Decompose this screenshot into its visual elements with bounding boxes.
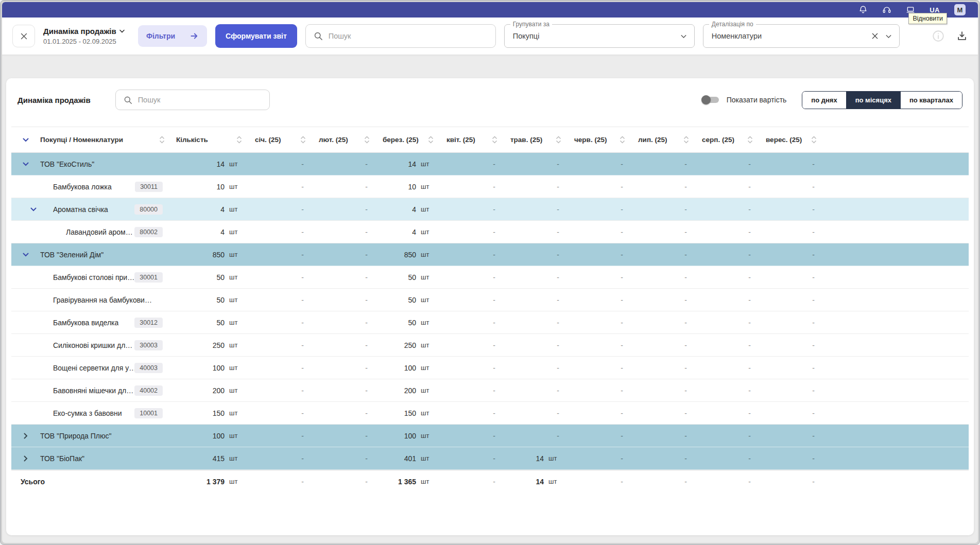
table-row[interactable]: Бамбукова ложка3001110шт--10шт------: [11, 175, 969, 198]
empty-value: -: [684, 478, 687, 486]
sort-icon[interactable]: [556, 136, 561, 144]
empty-value: -: [748, 454, 751, 463]
sort-icon[interactable]: [492, 136, 497, 144]
expander-cell[interactable]: [11, 425, 40, 447]
column-header-month[interactable]: лип. (25): [631, 127, 695, 152]
sort-icon[interactable]: [747, 136, 753, 144]
chevron-down-icon[interactable]: [884, 32, 893, 41]
empty-value: -: [621, 273, 623, 282]
expander-cell[interactable]: [11, 243, 40, 266]
clear-icon[interactable]: [871, 32, 879, 40]
qty-cell: 150шт: [171, 402, 248, 424]
close-report-button[interactable]: [12, 25, 35, 47]
month-cell: 50шт: [376, 311, 440, 333]
column-header-month[interactable]: січ. (25): [248, 127, 312, 152]
expand-icon[interactable]: [24, 433, 28, 439]
row-name: Бамбукова ложка: [53, 183, 112, 191]
table-row[interactable]: Ароматна свічка800004шт--4шт------: [11, 198, 969, 221]
column-header-month[interactable]: серп. (25): [695, 127, 759, 152]
column-header-month[interactable]: лют. (25): [312, 127, 376, 152]
month-cell: -: [504, 175, 568, 198]
table-row[interactable]: Лавандовий аром…800024шт--4шт------: [11, 221, 969, 243]
empty-value: -: [812, 251, 815, 259]
month-cell: -: [695, 153, 759, 175]
period-tab-days[interactable]: по днях: [802, 92, 846, 109]
qty-cell: 50шт: [171, 311, 248, 333]
column-header-month[interactable]: верес. (25): [759, 127, 823, 152]
unit-label: шт: [421, 432, 432, 439]
table-search-input[interactable]: [138, 96, 262, 104]
table-row[interactable]: Бамбукова виделка3001250шт--50шт------: [11, 311, 969, 334]
empty-value: -: [812, 454, 815, 463]
collapse-icon[interactable]: [23, 253, 29, 257]
notifications-icon[interactable]: [858, 5, 868, 14]
collapse-icon[interactable]: [30, 207, 37, 212]
period-tab-quarters[interactable]: по кварталах: [900, 92, 962, 109]
expand-icon[interactable]: [24, 455, 28, 462]
column-header-qty[interactable]: Кількість: [171, 127, 248, 152]
qty-value: 100: [213, 432, 225, 440]
table-row[interactable]: Силіконові кришки дл…30003250шт--250шт--…: [11, 334, 969, 357]
user-avatar[interactable]: M: [954, 4, 966, 15]
column-header-month[interactable]: берез. (25): [376, 127, 440, 152]
empty-value: -: [684, 251, 687, 259]
column-header-month[interactable]: черв. (25): [568, 127, 631, 152]
caret-down-icon: [119, 29, 125, 33]
sort-icon[interactable]: [620, 136, 625, 144]
empty-value: -: [621, 251, 623, 259]
empty-value: -: [812, 205, 815, 214]
detail-by-select[interactable]: Деталізація по Номенклатури: [703, 24, 900, 48]
qty-cell: 4шт: [171, 198, 248, 220]
table-row[interactable]: Вощені серветки для у…40003100шт--100шт-…: [11, 357, 969, 379]
empty-value: -: [812, 341, 815, 349]
chevron-down-icon[interactable]: [679, 32, 688, 41]
month-cell: -: [631, 221, 695, 243]
table-row[interactable]: ТОВ "ЕкоСтиль"14шт--14шт------: [11, 153, 969, 175]
table-row[interactable]: Бамбукові столові при…3000150шт--50шт---…: [11, 266, 969, 289]
month-cell: -: [759, 379, 823, 401]
column-header-month[interactable]: квіт. (25): [440, 127, 504, 152]
qty-cell: 100шт: [171, 425, 248, 447]
sort-icon[interactable]: [364, 136, 370, 144]
generate-report-button[interactable]: Сформувати звіт: [215, 24, 297, 48]
total-row[interactable]: Усього1 379шт--1 365шт-14шт----: [11, 470, 969, 493]
group-by-select[interactable]: Групувати за Покупці: [504, 24, 695, 48]
table-row[interactable]: Гравірування на бамбукови…50шт--50шт----…: [11, 289, 969, 311]
report-title-dropdown[interactable]: Динаміка продажів 01.01.2025 - 02.09.202…: [43, 27, 130, 45]
expander-cell[interactable]: [11, 447, 40, 469]
empty-value: -: [301, 386, 304, 395]
row-filler: [823, 334, 969, 356]
download-button[interactable]: [956, 30, 968, 42]
sort-icon[interactable]: [811, 136, 817, 144]
collapse-icon[interactable]: [23, 162, 29, 166]
empty-value: -: [557, 296, 559, 304]
column-header-name[interactable]: Покупці / Номенклатури: [40, 127, 171, 152]
sort-icon[interactable]: [159, 136, 165, 144]
column-header-month[interactable]: трав. (25): [504, 127, 568, 152]
table-row[interactable]: ТОВ "Зелений Дім"850шт--850шт------: [11, 243, 969, 266]
support-headset-icon[interactable]: [882, 5, 891, 14]
sort-icon[interactable]: [300, 136, 306, 144]
table-row[interactable]: ТОВ "Природа Плюс"100шт--100шт------: [11, 425, 969, 447]
empty-value: -: [684, 341, 687, 349]
expander-cell[interactable]: [11, 198, 40, 220]
table-row[interactable]: ТОВ "БіоПак"415шт--401шт-14шт----: [11, 447, 969, 470]
expand-all-button[interactable]: [11, 127, 40, 152]
item-code-badge: 40003: [134, 363, 163, 373]
empty-value: -: [365, 386, 368, 395]
expander-cell[interactable]: [11, 153, 40, 175]
expander-cell: [11, 289, 40, 311]
show-cost-toggle[interactable]: Показати вартість: [701, 95, 787, 105]
sort-icon[interactable]: [236, 136, 242, 144]
table-row[interactable]: Бавовняні мішечки дл…40002200шт--200шт--…: [11, 379, 969, 402]
month-value: 50: [408, 319, 416, 327]
qty-value: 50: [216, 273, 225, 282]
period-tab-months[interactable]: по місяцях: [846, 92, 900, 109]
sort-icon[interactable]: [683, 136, 689, 144]
sort-icon[interactable]: [428, 136, 434, 144]
filters-button[interactable]: Фільтри: [138, 25, 207, 47]
info-button[interactable]: [932, 29, 945, 43]
month-cell: -: [759, 175, 823, 198]
toolbar-search-input[interactable]: [329, 32, 488, 40]
table-row[interactable]: Еко-сумка з бавовни10001150шт--150шт----…: [11, 402, 969, 425]
